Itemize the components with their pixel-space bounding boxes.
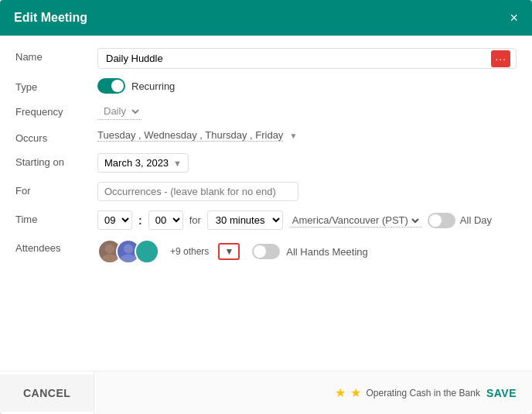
star-icon-2: ★ <box>350 385 361 400</box>
allday-label: All Day <box>460 214 492 226</box>
svg-point-5 <box>139 255 155 265</box>
occurs-chevron-icon[interactable]: ▼ <box>289 132 297 140</box>
avatars-container <box>97 239 159 264</box>
svg-point-1 <box>102 255 118 265</box>
time-label: Time <box>15 210 85 225</box>
svg-point-2 <box>124 244 133 253</box>
for-input[interactable] <box>97 182 298 201</box>
hour-select[interactable]: 09 <box>97 210 132 230</box>
recurring-label: Recurring <box>131 80 175 92</box>
time-colon: : <box>138 214 142 227</box>
star-icon-1: ★ <box>335 385 346 400</box>
ticker-text: Operating Cash in the Bank <box>366 388 479 399</box>
save-button[interactable]: SAVE <box>486 387 517 399</box>
starting-on-label: Starting on <box>15 153 85 168</box>
type-row: Type Recurring <box>15 78 517 94</box>
time-for-label: for <box>189 214 201 226</box>
occurs-value: Tuesday , Wednesday , Thursday , Friday <box>97 129 283 142</box>
minute-select[interactable]: 00 <box>148 210 183 230</box>
occurs-label: Occurs <box>15 129 85 144</box>
close-button[interactable]: × <box>510 11 518 25</box>
modal-title: Edit Meeting <box>14 11 87 25</box>
modal-footer: CANCEL ★ ★ Operating Cash in the Bank SA… <box>0 371 532 414</box>
frequency-control: Daily <box>97 103 517 120</box>
starting-on-control: March 3, 2023 ▼ <box>97 153 517 173</box>
svg-point-3 <box>121 255 137 265</box>
svg-point-4 <box>142 244 152 253</box>
allday-toggle[interactable] <box>428 213 455 228</box>
calendar-icon: ▼ <box>173 159 182 168</box>
modal-header: Edit Meeting × <box>0 0 532 36</box>
all-hands-label: All Hands Meeting <box>286 246 368 258</box>
occurs-control: Tuesday , Wednesday , Thursday , Friday … <box>97 129 517 142</box>
edit-meeting-modal: Edit Meeting × Name ··· Type <box>0 0 532 414</box>
frequency-label: Frequency <box>15 103 85 118</box>
frequency-row: Frequency Daily <box>15 103 517 120</box>
timezone-select[interactable]: America/Vancouver (PST) <box>289 214 421 228</box>
for-label: For <box>15 182 85 197</box>
modal-body: Name ··· Type Recurring <box>0 36 532 371</box>
ticker: ★ ★ Operating Cash in the Bank <box>335 385 479 400</box>
allday-toggle-wrapper: All Day <box>428 213 492 228</box>
name-label: Name <box>15 48 85 63</box>
type-control: Recurring <box>97 78 517 94</box>
name-control: ··· <box>97 48 517 69</box>
starting-on-picker[interactable]: March 3, 2023 ▼ <box>97 153 189 173</box>
time-row: Time 09 : 00 for 30 minutes America/Vanc… <box>15 210 517 230</box>
svg-point-0 <box>105 244 114 253</box>
footer-right: ★ ★ Operating Cash in the Bank SAVE <box>94 371 532 414</box>
attendees-label: Attendees <box>15 239 85 254</box>
occurs-row: Occurs Tuesday , Wednesday , Thursday , … <box>15 129 517 144</box>
all-hands-toggle[interactable] <box>252 244 280 259</box>
dots-icon: ··· <box>495 53 506 65</box>
attendees-control: +9 others ▼ All Hands Meeting <box>97 239 517 264</box>
attendees-dropdown-button[interactable]: ▼ <box>218 243 240 260</box>
avatar-3 <box>135 239 159 264</box>
name-input[interactable] <box>97 48 517 69</box>
others-badge: +9 others <box>170 246 209 257</box>
time-control: 09 : 00 for 30 minutes America/Vancouver… <box>97 210 517 230</box>
starting-on-value: March 3, 2023 <box>104 157 169 169</box>
for-row: For <box>15 182 517 201</box>
name-row: Name ··· <box>15 48 517 69</box>
name-wrapper: ··· <box>97 48 517 69</box>
for-control <box>97 182 517 201</box>
attendees-row: Attendees +9 others ▼ <box>15 239 517 264</box>
name-dots-button[interactable]: ··· <box>491 50 510 67</box>
starting-on-row: Starting on March 3, 2023 ▼ <box>15 153 517 173</box>
all-hands-toggle-wrapper: All Hands Meeting <box>252 244 368 259</box>
duration-select[interactable]: 30 minutes <box>207 210 283 230</box>
recurring-toggle[interactable] <box>97 78 125 94</box>
frequency-select[interactable]: Daily <box>97 103 142 120</box>
cancel-button[interactable]: CANCEL <box>0 375 94 412</box>
type-label: Type <box>15 78 85 93</box>
